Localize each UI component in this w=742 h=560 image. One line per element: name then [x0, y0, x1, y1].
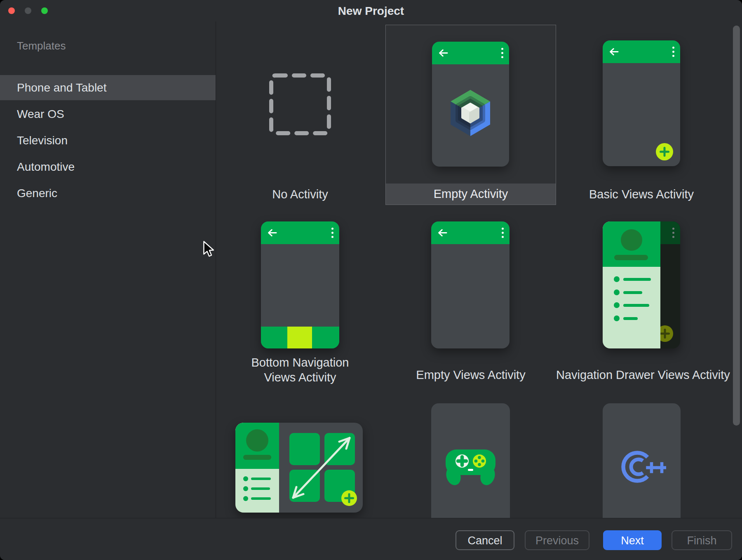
back-arrow-icon	[438, 47, 449, 59]
templates-header: Templates	[17, 40, 66, 52]
template-card-responsive-views-activity[interactable]	[215, 403, 385, 518]
kebab-menu-icon	[331, 228, 333, 238]
template-label: Empty Views Activity	[385, 368, 556, 382]
username-placeholder-bar	[614, 255, 648, 260]
sidebar-item-wear-os[interactable]: Wear OS	[0, 101, 216, 127]
template-card-empty-views-activity[interactable]: Empty Views Activity	[385, 221, 556, 386]
template-card-bottom-navigation-views-activity[interactable]: Bottom Navigation Views Activity	[215, 221, 385, 386]
cpp-phone-preview	[603, 403, 681, 518]
template-label: Navigation Drawer Views Activity	[556, 368, 727, 382]
sidebar-item-generic[interactable]: Generic	[0, 181, 216, 206]
finish-button[interactable]: Finish	[672, 530, 732, 550]
kebab-menu-icon	[672, 228, 674, 238]
username-placeholder-bar	[243, 455, 271, 460]
sidebar-item-phone-and-tablet[interactable]: Phone and Tablet	[0, 75, 216, 100]
tablet-drawer-panel	[235, 423, 279, 513]
gamepad-icon	[443, 447, 498, 488]
template-card-empty-activity[interactable]: Empty Activity	[385, 25, 556, 205]
back-arrow-icon	[437, 227, 448, 238]
avatar-icon	[621, 229, 642, 251]
avatar-icon	[246, 429, 268, 452]
mouse-cursor	[202, 240, 217, 258]
vertical-scrollbar[interactable]	[733, 26, 740, 426]
nav-drawer-phone-preview	[603, 221, 680, 348]
game-phone-preview	[431, 403, 510, 518]
empty-activity-phone-preview	[432, 42, 509, 167]
no-activity-dashed-square-icon	[269, 73, 331, 136]
cancel-button[interactable]: Cancel	[456, 530, 514, 550]
template-card-navigation-drawer-views-activity[interactable]: Navigation Drawer Views Activity	[556, 221, 727, 386]
phone-app-bar	[261, 221, 339, 244]
jetpack-compose-logo	[445, 86, 496, 140]
sidebar: Templates Phone and Tablet Wear OS Telev…	[0, 21, 216, 518]
template-label: Basic Views Activity	[556, 188, 727, 201]
template-label: No Activity	[215, 188, 385, 201]
template-card-game-activity[interactable]	[385, 403, 556, 518]
titlebar: New Project	[0, 0, 742, 21]
bottom-nav-phone-preview	[261, 221, 339, 348]
fab-add-icon	[341, 490, 357, 506]
drawer-header	[603, 221, 660, 267]
cpp-logo	[608, 437, 666, 495]
kebab-menu-icon	[501, 48, 503, 58]
phone-app-bar	[432, 42, 509, 64]
kebab-menu-icon	[672, 47, 674, 57]
back-arrow-icon	[608, 46, 620, 57]
phone-app-bar	[431, 221, 510, 244]
basic-views-phone-preview	[603, 40, 680, 166]
fab-add-icon	[656, 143, 673, 160]
window-title: New Project	[0, 5, 742, 18]
sidebar-item-television[interactable]: Television	[0, 128, 216, 153]
template-label: Bottom Navigation Views Activity	[235, 355, 365, 385]
kebab-menu-icon	[502, 228, 504, 238]
empty-views-phone-preview	[431, 221, 510, 348]
template-label-selected: Empty Activity	[386, 184, 556, 205]
dialog-footer: Cancel Previous Next Finish	[0, 518, 742, 560]
bottom-navigation-bar	[261, 327, 339, 348]
previous-button[interactable]: Previous	[525, 530, 589, 550]
sidebar-item-automotive[interactable]: Automotive	[0, 154, 216, 179]
drawer-header	[235, 423, 279, 469]
template-card-no-activity[interactable]: No Activity	[215, 25, 385, 205]
next-button[interactable]: Next	[603, 530, 662, 550]
navigation-drawer	[603, 221, 660, 348]
new-project-dialog: New Project Templates Phone and Tablet W…	[0, 0, 742, 560]
tablet-preview	[235, 423, 363, 513]
phone-app-bar	[603, 40, 680, 63]
back-arrow-icon	[267, 227, 278, 238]
template-card-native-cpp[interactable]	[556, 403, 727, 518]
template-card-basic-views-activity[interactable]: Basic Views Activity	[556, 25, 727, 205]
